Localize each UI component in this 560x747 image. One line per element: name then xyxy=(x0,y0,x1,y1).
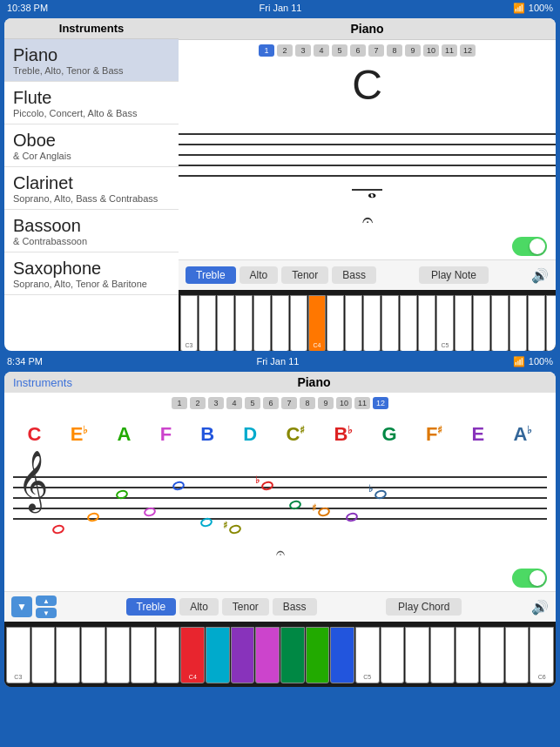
p2-key-e3[interactable] xyxy=(56,627,80,683)
sidebar-item-piano[interactable]: Piano Treble, Alto, Tenor & Bass xyxy=(4,39,179,82)
key-e4[interactable] xyxy=(345,295,362,351)
clef-tabs-1: Treble Alto Tenor Bass xyxy=(186,263,376,287)
p2-page-11[interactable]: 11 xyxy=(354,397,370,409)
key-e5[interactable] xyxy=(473,295,490,351)
p2-page-5[interactable]: 5 xyxy=(245,397,260,409)
flute-label: Flute xyxy=(13,87,170,108)
up-arrow-btn[interactable]: ▲ xyxy=(36,596,57,606)
p2-page-6[interactable]: 6 xyxy=(263,397,279,409)
p2-key-e4[interactable] xyxy=(231,627,255,683)
p2-key-d5[interactable] xyxy=(381,627,405,683)
p2-key-b5[interactable] xyxy=(505,627,530,683)
key-d5[interactable] xyxy=(455,295,472,351)
page-12[interactable]: 12 xyxy=(460,44,476,57)
p2-page-12[interactable]: 12 xyxy=(373,397,388,409)
key-d4[interactable] xyxy=(327,295,344,351)
p2-page-8[interactable]: 8 xyxy=(300,397,315,409)
volume-icon-2[interactable]: 🔊 xyxy=(531,599,549,616)
note-E: E xyxy=(472,423,485,446)
p2-key-a3[interactable] xyxy=(131,627,155,683)
key-a5[interactable] xyxy=(528,295,545,351)
p2-key-c5[interactable]: C5 xyxy=(355,627,380,683)
tenor-tab-2[interactable]: Tenor xyxy=(222,598,269,616)
p2-key-d3[interactable] xyxy=(31,627,56,683)
bass-tab-2[interactable]: Bass xyxy=(273,598,317,616)
key-a4[interactable] xyxy=(400,295,417,351)
volume-icon-1[interactable]: 🔊 xyxy=(531,267,549,284)
page-4[interactable]: 4 xyxy=(314,44,329,57)
p2-key-c4[interactable]: C4 xyxy=(180,627,205,683)
p2-page-7[interactable]: 7 xyxy=(281,397,297,409)
sidebar-item-clarinet[interactable]: Clarinet Soprano, Alto, Bass & Contrabas… xyxy=(4,167,179,210)
p2-key-f4[interactable] xyxy=(255,627,280,683)
down-arrow-btn-2[interactable]: ▼ xyxy=(36,608,57,618)
key-a3[interactable] xyxy=(272,295,289,351)
key-b4[interactable] xyxy=(418,295,435,351)
p2-key-f5[interactable] xyxy=(430,627,455,683)
treble-tab-1[interactable]: Treble xyxy=(186,266,236,284)
p2-page-10[interactable]: 10 xyxy=(336,397,352,409)
note-A: A xyxy=(118,423,132,446)
back-button[interactable]: Instruments xyxy=(13,376,72,389)
treble-tab-2[interactable]: Treble xyxy=(126,598,177,616)
play-chord-button[interactable]: Play Chord xyxy=(386,598,462,616)
page-1[interactable]: 1 xyxy=(259,44,274,57)
key-g5[interactable] xyxy=(509,295,527,351)
p2-key-d4[interactable] xyxy=(206,627,230,683)
page-11[interactable]: 11 xyxy=(442,44,457,57)
bass-tab-1[interactable]: Bass xyxy=(332,266,376,284)
p2-key-a5[interactable] xyxy=(480,627,504,683)
toggle-switch-1[interactable] xyxy=(512,237,547,256)
page-10[interactable]: 10 xyxy=(423,44,439,57)
fermata-2: 𝄐 xyxy=(4,542,556,565)
key-b3[interactable] xyxy=(290,295,307,351)
tenor-tab-1[interactable]: Tenor xyxy=(281,266,328,284)
page-2[interactable]: 2 xyxy=(277,44,293,57)
p2-page-4[interactable]: 4 xyxy=(226,397,242,409)
sidebar-item-flute[interactable]: Flute Piccolo, Concert, Alto & Bass xyxy=(4,82,179,124)
key-b5[interactable] xyxy=(546,295,556,351)
p2-page-9[interactable]: 9 xyxy=(318,397,334,409)
instruments-sidebar: Instruments Piano Treble, Alto, Tenor & … xyxy=(4,18,179,351)
p2-key-a4[interactable] xyxy=(306,627,330,683)
key-d3[interactable] xyxy=(199,295,216,351)
alto-tab-2[interactable]: Alto xyxy=(179,598,219,616)
key-f4[interactable] xyxy=(363,295,381,351)
p2-key-b3[interactable] xyxy=(156,627,180,683)
page-8[interactable]: 8 xyxy=(387,44,402,57)
page-3[interactable]: 3 xyxy=(295,44,311,57)
p2-key-b4[interactable] xyxy=(330,627,354,683)
sidebar-item-oboe[interactable]: Oboe & Cor Anglais xyxy=(4,124,179,167)
alto-tab-1[interactable]: Alto xyxy=(240,266,279,284)
page-5[interactable]: 5 xyxy=(332,44,347,57)
key-c3[interactable]: C3 xyxy=(180,295,198,351)
play-note-button-1[interactable]: Play Note xyxy=(419,266,489,284)
key-f5[interactable] xyxy=(491,295,509,351)
p2-key-g4[interactable] xyxy=(280,627,305,683)
p2-key-c6[interactable]: C6 xyxy=(530,627,554,683)
key-c4[interactable]: C4 xyxy=(308,295,326,351)
p2-page-2[interactable]: 2 xyxy=(190,397,206,409)
p2-key-f3[interactable] xyxy=(81,627,105,683)
down-arrow-btn[interactable]: ▼ xyxy=(11,596,32,617)
page-9[interactable]: 9 xyxy=(405,44,421,57)
toggle-switch-2[interactable] xyxy=(512,569,547,588)
key-g3[interactable] xyxy=(253,295,271,351)
key-c5[interactable]: C5 xyxy=(436,295,454,351)
key-f3[interactable] xyxy=(235,295,253,351)
page-6[interactable]: 6 xyxy=(350,44,366,57)
p2-page-1[interactable]: 1 xyxy=(172,397,187,409)
page-7[interactable]: 7 xyxy=(368,44,384,57)
staff-line-4 xyxy=(179,165,556,166)
sidebar-item-saxophone[interactable]: Saxophone Soprano, Alto, Tenor & Bariton… xyxy=(4,252,179,295)
p2-key-g5[interactable] xyxy=(455,627,480,683)
sidebar-item-bassoon[interactable]: Bassoon & Contrabassoon xyxy=(4,210,179,252)
p2-key-g3[interactable] xyxy=(106,627,131,683)
toggle-knob-1 xyxy=(530,239,545,254)
p2-page-3[interactable]: 3 xyxy=(208,397,224,409)
key-e3[interactable] xyxy=(217,295,234,351)
status-time-1: 10:38 PM xyxy=(7,3,48,13)
p2-key-c3[interactable]: C3 xyxy=(6,627,30,683)
key-g4[interactable] xyxy=(381,295,399,351)
p2-key-e5[interactable] xyxy=(405,627,429,683)
